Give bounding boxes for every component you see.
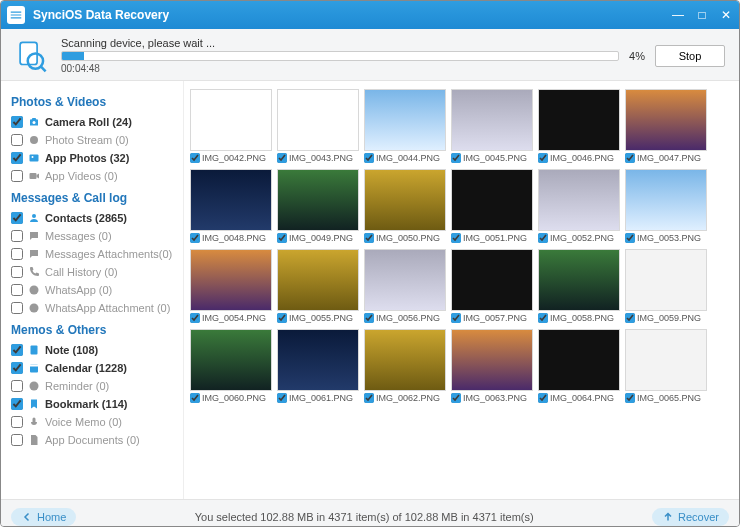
category-checkbox[interactable]: [11, 212, 23, 224]
thumbnail-image[interactable]: [277, 89, 359, 151]
thumbnail-image[interactable]: [451, 89, 533, 151]
thumbnail-item[interactable]: IMG_0064.PNG: [538, 329, 620, 403]
thumbnail-item[interactable]: IMG_0044.PNG: [364, 89, 446, 163]
category-checkbox[interactable]: [11, 398, 23, 410]
category-checkbox[interactable]: [11, 434, 23, 446]
category-item[interactable]: Voice Memo (0): [11, 413, 177, 431]
thumbnail-image[interactable]: [364, 249, 446, 311]
category-item[interactable]: Call History (0): [11, 263, 177, 281]
maximize-button[interactable]: □: [695, 8, 709, 22]
thumbnail-item[interactable]: IMG_0059.PNG: [625, 249, 707, 323]
thumbnail-checkbox[interactable]: [538, 153, 548, 163]
thumbnail-checkbox[interactable]: [277, 153, 287, 163]
category-checkbox[interactable]: [11, 116, 23, 128]
category-item[interactable]: Note (108): [11, 341, 177, 359]
thumbnail-image[interactable]: [538, 169, 620, 231]
thumbnail-checkbox[interactable]: [451, 153, 461, 163]
category-checkbox[interactable]: [11, 230, 23, 242]
thumbnail-item[interactable]: IMG_0053.PNG: [625, 169, 707, 243]
thumbnail-image[interactable]: [190, 89, 272, 151]
thumbnail-image[interactable]: [364, 169, 446, 231]
thumbnail-image[interactable]: [364, 89, 446, 151]
thumbnail-image[interactable]: [625, 329, 707, 391]
category-checkbox[interactable]: [11, 362, 23, 374]
category-checkbox[interactable]: [11, 266, 23, 278]
home-button[interactable]: Home: [11, 508, 76, 526]
thumbnail-checkbox[interactable]: [625, 153, 635, 163]
thumbnail-checkbox[interactable]: [277, 393, 287, 403]
thumbnail-item[interactable]: IMG_0063.PNG: [451, 329, 533, 403]
category-checkbox[interactable]: [11, 416, 23, 428]
thumbnail-image[interactable]: [538, 249, 620, 311]
category-item[interactable]: Bookmark (114): [11, 395, 177, 413]
category-item[interactable]: Camera Roll (24): [11, 113, 177, 131]
minimize-button[interactable]: —: [671, 8, 685, 22]
thumbnail-item[interactable]: IMG_0047.PNG: [625, 89, 707, 163]
thumbnail-image[interactable]: [190, 249, 272, 311]
thumbnail-item[interactable]: IMG_0049.PNG: [277, 169, 359, 243]
thumbnail-checkbox[interactable]: [190, 313, 200, 323]
thumbnail-checkbox[interactable]: [364, 153, 374, 163]
category-item[interactable]: WhatsApp (0): [11, 281, 177, 299]
thumbnail-image[interactable]: [190, 329, 272, 391]
thumbnail-item[interactable]: IMG_0062.PNG: [364, 329, 446, 403]
recover-button[interactable]: Recover: [652, 508, 729, 526]
thumbnail-item[interactable]: IMG_0043.PNG: [277, 89, 359, 163]
thumbnail-item[interactable]: IMG_0058.PNG: [538, 249, 620, 323]
thumbnail-item[interactable]: IMG_0054.PNG: [190, 249, 272, 323]
thumbnail-checkbox[interactable]: [451, 393, 461, 403]
thumbnail-checkbox[interactable]: [625, 393, 635, 403]
thumbnail-item[interactable]: IMG_0042.PNG: [190, 89, 272, 163]
category-checkbox[interactable]: [11, 152, 23, 164]
thumbnail-checkbox[interactable]: [277, 313, 287, 323]
stop-button[interactable]: Stop: [655, 45, 725, 67]
thumbnail-image[interactable]: [277, 249, 359, 311]
thumbnail-item[interactable]: IMG_0046.PNG: [538, 89, 620, 163]
category-item[interactable]: Contacts (2865): [11, 209, 177, 227]
thumbnail-checkbox[interactable]: [625, 233, 635, 243]
category-item[interactable]: Messages Attachments(0): [11, 245, 177, 263]
thumbnail-image[interactable]: [625, 89, 707, 151]
thumbnail-checkbox[interactable]: [190, 233, 200, 243]
category-checkbox[interactable]: [11, 170, 23, 182]
thumbnail-image[interactable]: [190, 169, 272, 231]
category-item[interactable]: Photo Stream (0): [11, 131, 177, 149]
thumbnail-image[interactable]: [538, 329, 620, 391]
thumbnail-image[interactable]: [538, 89, 620, 151]
thumbnail-item[interactable]: IMG_0051.PNG: [451, 169, 533, 243]
category-checkbox[interactable]: [11, 302, 23, 314]
category-item[interactable]: App Photos (32): [11, 149, 177, 167]
thumbnail-grid[interactable]: IMG_0042.PNGIMG_0043.PNGIMG_0044.PNGIMG_…: [183, 81, 739, 499]
category-item[interactable]: App Videos (0): [11, 167, 177, 185]
thumbnail-item[interactable]: IMG_0048.PNG: [190, 169, 272, 243]
thumbnail-image[interactable]: [451, 329, 533, 391]
thumbnail-checkbox[interactable]: [538, 313, 548, 323]
thumbnail-checkbox[interactable]: [538, 233, 548, 243]
category-checkbox[interactable]: [11, 284, 23, 296]
thumbnail-checkbox[interactable]: [625, 313, 635, 323]
thumbnail-image[interactable]: [625, 169, 707, 231]
thumbnail-item[interactable]: IMG_0052.PNG: [538, 169, 620, 243]
category-item[interactable]: Messages (0): [11, 227, 177, 245]
close-button[interactable]: ✕: [719, 8, 733, 22]
thumbnail-item[interactable]: IMG_0055.PNG: [277, 249, 359, 323]
thumbnail-checkbox[interactable]: [190, 153, 200, 163]
thumbnail-image[interactable]: [277, 169, 359, 231]
category-checkbox[interactable]: [11, 134, 23, 146]
category-checkbox[interactable]: [11, 380, 23, 392]
thumbnail-item[interactable]: IMG_0065.PNG: [625, 329, 707, 403]
thumbnail-checkbox[interactable]: [364, 233, 374, 243]
thumbnail-item[interactable]: IMG_0045.PNG: [451, 89, 533, 163]
category-item[interactable]: Calendar (1228): [11, 359, 177, 377]
thumbnail-checkbox[interactable]: [190, 393, 200, 403]
thumbnail-checkbox[interactable]: [451, 233, 461, 243]
thumbnail-item[interactable]: IMG_0061.PNG: [277, 329, 359, 403]
thumbnail-checkbox[interactable]: [451, 313, 461, 323]
thumbnail-image[interactable]: [625, 249, 707, 311]
thumbnail-item[interactable]: IMG_0050.PNG: [364, 169, 446, 243]
thumbnail-checkbox[interactable]: [277, 233, 287, 243]
thumbnail-checkbox[interactable]: [364, 313, 374, 323]
category-item[interactable]: App Documents (0): [11, 431, 177, 449]
thumbnail-checkbox[interactable]: [364, 393, 374, 403]
thumbnail-image[interactable]: [451, 249, 533, 311]
